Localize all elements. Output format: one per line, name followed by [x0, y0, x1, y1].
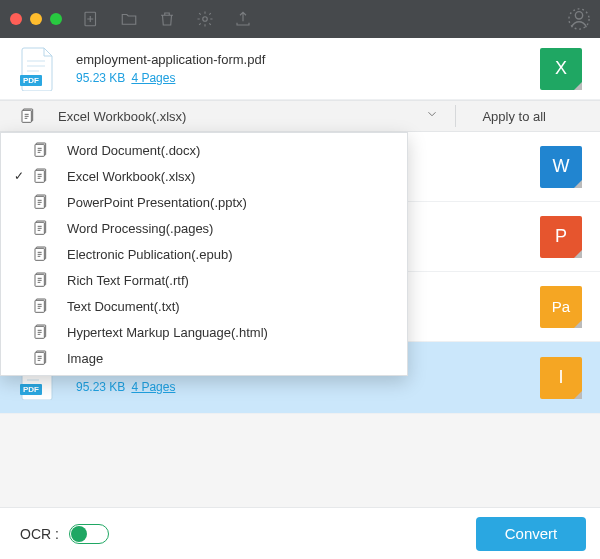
format-option[interactable]: PowerPoint Presentation(.pptx) — [1, 189, 407, 215]
ocr-toggle[interactable] — [69, 524, 109, 544]
svg-point-2 — [575, 12, 582, 19]
format-option[interactable]: Hypertext Markup Language(.html) — [1, 319, 407, 345]
format-option-label: Word Document(.docx) — [67, 143, 200, 158]
target-format-excel[interactable]: X — [540, 48, 582, 90]
format-option-label: Rich Text Format(.rtf) — [67, 273, 189, 288]
format-option[interactable]: Image — [1, 345, 407, 371]
file-size: 95.23 KB — [76, 380, 125, 394]
file-item[interactable]: PDF employment-application-form.pdf 95.2… — [0, 38, 600, 100]
pdf-icon: PDF — [20, 47, 56, 91]
close-window-button[interactable] — [10, 13, 22, 25]
settings-icon[interactable] — [196, 10, 214, 28]
delete-icon[interactable] — [158, 10, 176, 28]
target-format-pages[interactable]: Pa — [540, 286, 582, 328]
format-option-label: Hypertext Markup Language(.html) — [67, 325, 268, 340]
format-option[interactable]: Rich Text Format(.rtf) — [1, 267, 407, 293]
zoom-window-button[interactable] — [50, 13, 62, 25]
format-option-label: Text Document(.txt) — [67, 299, 180, 314]
format-dropdown: Word Document(.docx) ✓Excel Workbook(.xl… — [0, 132, 408, 376]
convert-button[interactable]: Convert — [476, 517, 586, 551]
svg-text:PDF: PDF — [23, 385, 39, 394]
export-icon[interactable] — [234, 10, 252, 28]
chevron-down-icon[interactable] — [425, 107, 441, 125]
support-icon[interactable] — [568, 8, 590, 30]
format-option[interactable]: Word Processing(.pages) — [1, 215, 407, 241]
format-option-label: PowerPoint Presentation(.pptx) — [67, 195, 247, 210]
document-icon — [20, 107, 38, 125]
svg-point-1 — [203, 17, 208, 22]
format-option-label: Word Processing(.pages) — [67, 221, 213, 236]
footer: OCR : Convert — [0, 507, 600, 559]
toolbar — [82, 10, 568, 28]
format-option-label: Electronic Publication(.epub) — [67, 247, 232, 262]
window-controls — [10, 13, 62, 25]
format-option-label: Image — [67, 351, 103, 366]
file-pages-link[interactable]: 4 Pages — [131, 71, 175, 85]
file-size: 95.23 KB — [76, 71, 125, 85]
format-option[interactable]: Electronic Publication(.epub) — [1, 241, 407, 267]
minimize-window-button[interactable] — [30, 13, 42, 25]
format-selector[interactable]: Excel Workbook(.xlsx) — [58, 109, 425, 124]
format-selector-bar: Excel Workbook(.xlsx) Apply to all — [0, 100, 600, 132]
format-option-selected[interactable]: ✓Excel Workbook(.xlsx) — [1, 163, 407, 189]
add-file-icon[interactable] — [82, 10, 100, 28]
target-format-powerpoint[interactable]: P — [540, 216, 582, 258]
svg-text:PDF: PDF — [23, 76, 39, 85]
add-folder-icon[interactable] — [120, 10, 138, 28]
format-option[interactable]: Word Document(.docx) — [1, 137, 407, 163]
file-name: employment-application-form.pdf — [76, 52, 540, 67]
format-option-label: Excel Workbook(.xlsx) — [67, 169, 195, 184]
separator — [455, 105, 456, 127]
target-format-image[interactable]: I — [540, 357, 582, 399]
file-pages-link[interactable]: 4 Pages — [131, 380, 175, 394]
apply-to-all-button[interactable]: Apply to all — [482, 109, 546, 124]
file-meta: employment-application-form.pdf 95.23 KB… — [76, 52, 540, 85]
ocr-label: OCR : — [20, 526, 59, 542]
titlebar — [0, 0, 600, 38]
format-option[interactable]: Text Document(.txt) — [1, 293, 407, 319]
target-format-word[interactable]: W — [540, 146, 582, 188]
file-list: PDF employment-application-form.pdf 95.2… — [0, 38, 600, 507]
